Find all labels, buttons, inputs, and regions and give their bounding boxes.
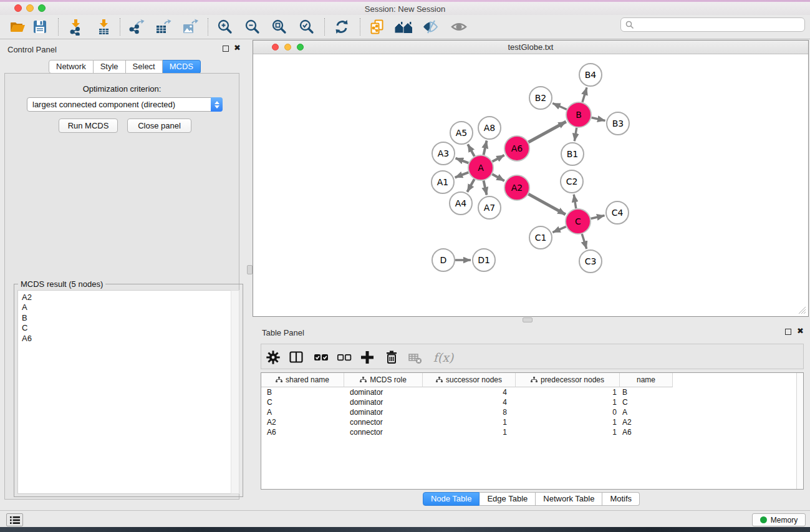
mcds-result-list[interactable]: A2 A B C A6 (17, 290, 231, 494)
graph-edge-B-B4[interactable] (582, 87, 587, 102)
function-builder-button[interactable]: f(x) (431, 348, 456, 366)
float-panel-icon[interactable] (223, 46, 229, 52)
tab-motifs[interactable]: Motifs (602, 492, 640, 506)
list-item[interactable]: A2 (22, 293, 231, 302)
run-mcds-button[interactable]: Run MCDS (59, 118, 118, 133)
task-history-button[interactable] (6, 513, 23, 526)
delete-columns-button[interactable] (382, 348, 401, 366)
graph-edge-A-A6[interactable] (493, 155, 504, 162)
horizontal-splitter-handle[interactable] (523, 317, 533, 322)
column-header-predecessor-nodes[interactable]: predecessor nodes (516, 373, 620, 387)
list-scrollbar[interactable] (231, 290, 239, 494)
graph-edge-A-A2[interactable] (492, 174, 504, 181)
column-header-name[interactable]: name (620, 373, 673, 387)
network-window-title: testGlobe.txt (253, 42, 808, 52)
zoom-fit-button[interactable] (268, 16, 291, 37)
control-panel: Control Panel ✖ Network Style Select MCD… (0, 39, 243, 510)
hide-all-columns-button[interactable] (335, 348, 354, 366)
graph-edge-C-C2[interactable] (574, 195, 576, 209)
table-panel-tabs: Node Table Edge Table Network Table Moti… (253, 492, 810, 506)
graph-edge-B-B3[interactable] (591, 118, 605, 121)
save-session-button[interactable] (29, 16, 51, 37)
trash-icon (383, 349, 400, 366)
zoom-in-icon (216, 18, 234, 36)
list-item[interactable]: A6 (22, 334, 231, 344)
graphics-details-button[interactable] (419, 16, 441, 37)
create-column-button[interactable] (358, 348, 377, 366)
table-toolbar: f(x) (261, 344, 804, 369)
search-field[interactable] (620, 17, 805, 32)
graph-edge-A6-B[interactable] (528, 122, 566, 142)
column-header-successor-nodes[interactable]: successor nodes (423, 373, 516, 387)
column-header-mcds-role[interactable]: MCDS role (344, 373, 423, 387)
attribute-icon (276, 377, 282, 383)
export-table-button[interactable] (152, 16, 174, 37)
checked-boxes-icon (312, 349, 330, 366)
graph-edge-A-A7[interactable] (483, 181, 486, 195)
close-panel-button[interactable]: Close panel (127, 118, 191, 133)
split-panel-button[interactable] (287, 348, 306, 366)
first-neighbors-button[interactable] (392, 16, 415, 37)
apply-layout-button[interactable] (330, 16, 353, 37)
tab-network[interactable]: Network (49, 60, 94, 74)
float-panel-icon[interactable] (785, 329, 791, 335)
import-table-button[interactable] (92, 16, 115, 37)
graph-edge-B-B2[interactable] (552, 103, 567, 109)
graph-node-label-A1: A1 (437, 177, 448, 187)
export-network-icon (127, 18, 145, 36)
vertical-splitter-handle[interactable] (247, 265, 253, 274)
column-header-shared-name[interactable]: shared name (261, 373, 344, 387)
zoom-out-icon (244, 18, 261, 36)
open-session-button[interactable] (6, 16, 29, 37)
tab-node-table[interactable]: Node Table (423, 492, 480, 506)
new-network-from-selection-button[interactable] (366, 16, 388, 37)
zoom-out-button[interactable] (241, 16, 264, 37)
toolbar-separator (58, 18, 59, 36)
table-row[interactable]: B dominator 4 1 B (261, 387, 803, 397)
network-canvas[interactable]: B4B2BB3A8A5A6A3B1AA1C2A2A4A7C4CC1C3DD1 (253, 54, 808, 316)
close-panel-icon[interactable]: ✖ (797, 328, 804, 334)
graph-edge-A-A1[interactable] (455, 172, 469, 177)
list-item[interactable]: B (22, 313, 231, 323)
search-input[interactable] (634, 19, 804, 31)
show-all-columns-button[interactable] (312, 348, 330, 366)
window-resize-grip[interactable] (798, 306, 806, 314)
graph-edge-C-C4[interactable] (591, 216, 604, 219)
table-row[interactable]: A6 connector 1 1 A6 (261, 427, 803, 437)
zoom-selected-button[interactable] (296, 16, 318, 37)
graph-edge-A-A4[interactable] (467, 179, 474, 191)
graph-edge-C-C3[interactable] (582, 234, 586, 249)
memory-button[interactable]: Memory (752, 513, 806, 526)
zoom-in-button[interactable] (214, 16, 236, 37)
graph-edge-C-C1[interactable] (552, 226, 566, 232)
table-settings-button[interactable] (264, 348, 282, 366)
graph-edge-B-B1[interactable] (574, 128, 576, 142)
tab-edge-table[interactable]: Edge Table (480, 492, 536, 506)
tab-mcds[interactable]: MCDS (163, 60, 201, 74)
graph-node-label-C1: C1 (535, 233, 547, 243)
tab-network-table[interactable]: Network Table (536, 492, 602, 506)
delete-table-button[interactable] (406, 348, 425, 366)
close-panel-icon[interactable]: ✖ (234, 45, 241, 51)
network-graph[interactable]: B4B2BB3A8A5A6A3B1AA1C2A2A4A7C4CC1C3DD1 (253, 54, 808, 316)
table-row[interactable]: A2 connector 1 1 A2 (261, 417, 803, 427)
table-row[interactable]: A dominator 8 0 A (261, 407, 803, 417)
tab-select[interactable]: Select (126, 60, 163, 74)
list-item[interactable]: C (22, 323, 231, 333)
list-item[interactable]: A (22, 302, 231, 312)
graph-edge-A2-C[interactable] (528, 194, 565, 215)
table-row[interactable]: C dominator 4 1 C (261, 397, 803, 407)
graph-edge-A-A8[interactable] (483, 141, 486, 155)
table-scrollbar[interactable] (796, 373, 803, 489)
graph-edge-A-A5[interactable] (468, 144, 475, 156)
table-header-row: shared name MCDS role successor nodes (261, 373, 803, 387)
plus-icon (359, 349, 376, 366)
export-image-button[interactable] (178, 16, 201, 37)
graph-edge-A-A3[interactable] (456, 158, 469, 163)
toolbar-separator (120, 18, 120, 36)
export-network-button[interactable] (125, 16, 147, 37)
import-network-button[interactable] (64, 16, 87, 37)
tab-style[interactable]: Style (94, 60, 126, 74)
birds-eye-view-button[interactable] (448, 16, 470, 37)
criterion-dropdown[interactable]: largest connected component (directed) (27, 97, 223, 112)
